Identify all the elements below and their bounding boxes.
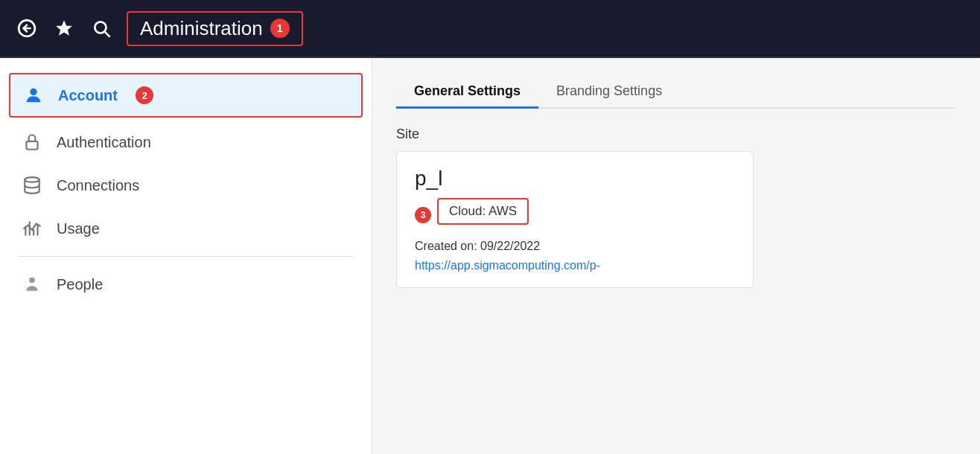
- site-created-date: Created on: 09/22/2022: [415, 240, 735, 253]
- search-icon[interactable]: [89, 16, 113, 40]
- header-title: Administration: [140, 17, 263, 40]
- site-url-link[interactable]: https://app.sigmacomputing.com/p-: [415, 259, 600, 272]
- svg-marker-2: [56, 20, 72, 36]
- sidebar-item-authentication[interactable]: Authentication: [0, 121, 372, 164]
- section-label: Site: [396, 127, 956, 142]
- sidebar-item-usage[interactable]: Usage: [0, 207, 372, 250]
- cloud-badge: 3: [415, 207, 431, 223]
- sidebar: Account 2 Authentication Connec: [0, 58, 372, 454]
- site-name: p_l: [415, 167, 735, 191]
- sidebar-people-label: People: [57, 276, 103, 293]
- content-area: General Settings Branding Settings Site …: [372, 58, 980, 454]
- svg-point-12: [29, 278, 35, 284]
- sidebar-divider: [18, 256, 354, 257]
- lock-icon: [21, 132, 43, 152]
- svg-point-7: [25, 177, 39, 182]
- svg-point-5: [30, 89, 36, 95]
- main-layout: Account 2 Authentication Connec: [0, 58, 980, 454]
- chart-icon: [21, 219, 43, 238]
- logo-icon: [52, 16, 76, 40]
- tab-general-settings[interactable]: General Settings: [396, 76, 538, 109]
- sidebar-usage-label: Usage: [57, 220, 100, 237]
- sidebar-item-connections[interactable]: Connections: [0, 164, 372, 207]
- person-icon: [22, 85, 45, 106]
- tab-branding-settings[interactable]: Branding Settings: [538, 76, 680, 109]
- sidebar-connections-label: Connections: [57, 177, 139, 194]
- site-card: p_l 3 Cloud: AWS Created on: 09/22/2022 …: [396, 151, 754, 288]
- app-header: Administration 1: [0, 0, 980, 58]
- header-badge: 1: [270, 19, 290, 38]
- svg-rect-6: [26, 141, 37, 150]
- svg-line-4: [105, 32, 109, 36]
- back-button[interactable]: [15, 16, 39, 40]
- site-cloud-label: Cloud: AWS: [437, 198, 529, 225]
- sidebar-authentication-label: Authentication: [57, 134, 151, 151]
- sidebar-item-account[interactable]: Account 2: [9, 73, 363, 118]
- database-icon: [21, 176, 43, 195]
- tabs-bar: General Settings Branding Settings: [396, 76, 956, 109]
- group-icon: [21, 275, 43, 294]
- header-title-box: Administration 1: [127, 11, 303, 46]
- sidebar-account-label: Account: [58, 87, 118, 104]
- sidebar-account-badge: 2: [136, 86, 153, 104]
- sidebar-item-people[interactable]: People: [0, 263, 372, 306]
